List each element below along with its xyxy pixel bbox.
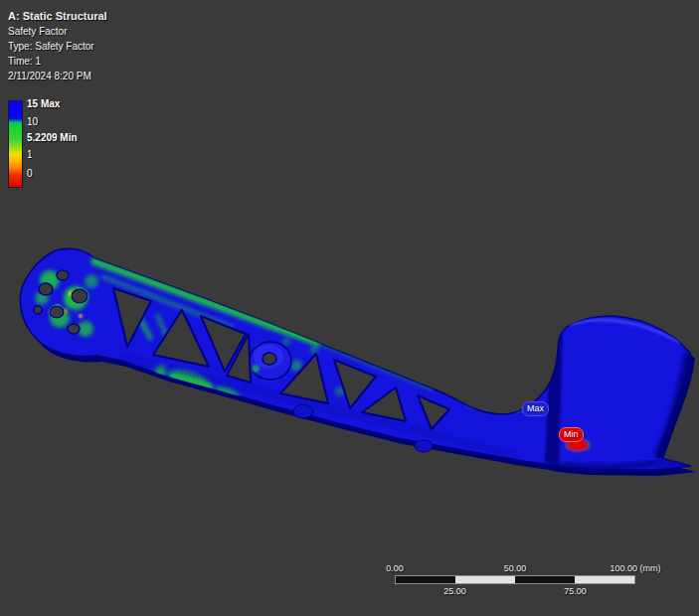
- scale-label-50: 50.00: [504, 563, 527, 573]
- scale-label-100: 100.00 (mm): [610, 563, 660, 573]
- graphics-viewport[interactable]: A: Static Structural Safety Factor Type:…: [0, 0, 699, 616]
- result-datetime: 2/11/2024 8:20 PM: [8, 69, 107, 83]
- scale-segment-4: [575, 576, 634, 583]
- legend-label-0: 0: [27, 168, 33, 179]
- scale-segment-1: [396, 576, 455, 583]
- legend-label-10: 10: [27, 116, 38, 127]
- scale-ruler: 0.00 50.00 100.00 (mm) 25.00 75.00: [395, 563, 635, 596]
- max-probe-label[interactable]: Max: [522, 401, 549, 416]
- scale-segment-3: [515, 576, 575, 583]
- scale-label-75: 75.00: [564, 586, 587, 596]
- scale-ruler-bar: [395, 575, 635, 584]
- min-probe-label[interactable]: Min: [559, 427, 584, 442]
- legend-color-bar: [8, 100, 23, 188]
- scale-ruler-top-labels: 0.00 50.00 100.00 (mm): [395, 563, 635, 575]
- scale-segment-2: [455, 576, 515, 583]
- scale-ruler-bottom-labels: 25.00 75.00: [395, 584, 635, 596]
- result-type: Type: Safety Factor: [8, 39, 107, 54]
- legend-label-max: 15 Max: [27, 98, 60, 109]
- legend-label-1: 1: [27, 149, 33, 160]
- result-time: Time: 1: [8, 54, 107, 69]
- legend-label-min: 5.2209 Min: [27, 132, 78, 143]
- result-annotation: A: Static Structural Safety Factor Type:…: [8, 9, 107, 83]
- result-name: Safety Factor: [8, 24, 107, 39]
- pivot-boss: [250, 342, 291, 380]
- scale-label-0: 0.00: [386, 563, 404, 573]
- contour-legend: 15 Max 10 5.2209 Min 1 0: [8, 100, 127, 192]
- analysis-title: A: Static Structural: [8, 9, 107, 24]
- scale-label-25: 25.00: [443, 586, 466, 596]
- model-3d-canvas[interactable]: [0, 0, 699, 616]
